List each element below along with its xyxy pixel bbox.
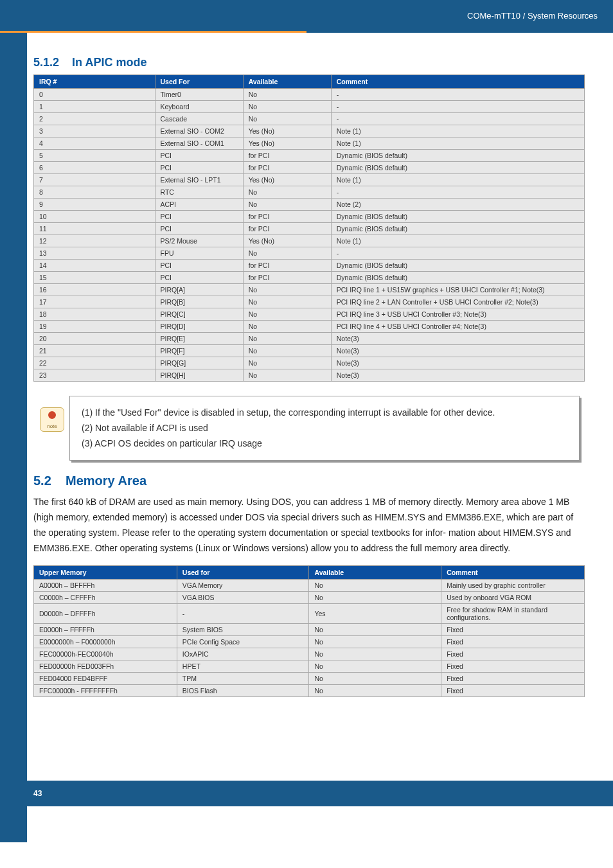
table-row: 8RTCNo- xyxy=(34,186,585,199)
cell-avail: No xyxy=(243,247,331,260)
cell-used: RTC xyxy=(155,186,243,199)
cell-avail: No xyxy=(309,591,441,603)
cell-avail: No xyxy=(243,333,331,345)
table-row: FED00000h FED003FFhHPETNoFixed xyxy=(34,660,585,672)
cell-irq: 9 xyxy=(34,199,155,211)
cell-comment: - xyxy=(331,186,584,199)
note-box: (1) If the "Used For" device is disabled… xyxy=(69,396,580,461)
cell-comment: - xyxy=(331,247,584,260)
table-row: 21PIRQ[F]NoNote(3) xyxy=(34,345,585,357)
cell-avail: for PCI xyxy=(243,211,331,223)
col-comment: Comment xyxy=(441,565,585,579)
cell-mem: A0000h – BFFFFh xyxy=(34,579,177,591)
col-avail: Available xyxy=(309,565,441,579)
cell-irq: 8 xyxy=(34,186,155,199)
cell-irq: 6 xyxy=(34,162,155,174)
footer-bar: 43 xyxy=(0,781,613,806)
cell-avail: No xyxy=(309,672,441,684)
cell-used: PIRQ[H] xyxy=(155,369,243,382)
cell-avail: Yes (No) xyxy=(243,125,331,137)
cell-comment: PCI IRQ line 1 + US15W graphics + USB UH… xyxy=(331,284,584,296)
table-row: 15PCIfor PCIDynamic (BIOS default) xyxy=(34,272,585,284)
cell-comment: Note (1) xyxy=(331,235,584,247)
table-row: 10PCIfor PCIDynamic (BIOS default) xyxy=(34,211,585,223)
table-row: 1KeyboardNo- xyxy=(34,101,585,113)
table-row: FEC00000h-FEC00040hIOxAPICNoFixed xyxy=(34,648,585,660)
cell-comment: Fixed xyxy=(441,635,585,648)
cell-avail: for PCI xyxy=(243,223,331,235)
cell-comment: PCI IRQ line 3 + USB UHCI Controller #3;… xyxy=(331,308,584,321)
table-header-row: IRQ # Used For Available Comment xyxy=(34,75,585,89)
cell-used: FPU xyxy=(155,247,243,260)
cell-comment: Note(3) xyxy=(331,345,584,357)
cell-irq: 11 xyxy=(34,223,155,235)
cell-comment: Mainly used by graphic controller xyxy=(441,579,585,591)
cell-comment: Dynamic (BIOS default) xyxy=(331,162,584,174)
cell-used: PIRQ[F] xyxy=(155,345,243,357)
table-row: 17PIRQ[B]NoPCI IRQ line 2 + LAN Controll… xyxy=(34,296,585,308)
cell-avail: No xyxy=(243,308,331,321)
cell-used: PS/2 Mouse xyxy=(155,235,243,247)
cell-avail: No xyxy=(243,89,331,101)
cell-avail: for PCI xyxy=(243,150,331,162)
col-uppermem: Upper Memory xyxy=(34,565,177,579)
cell-used: PIRQ[C] xyxy=(155,308,243,321)
table-row: 20PIRQ[E]NoNote(3) xyxy=(34,333,585,345)
cell-comment: Fixed xyxy=(441,672,585,684)
note-icon xyxy=(40,407,64,432)
cell-used: IOxAPIC xyxy=(177,648,309,660)
cell-used: PIRQ[A] xyxy=(155,284,243,296)
section-title: In APIC mode xyxy=(72,56,147,69)
cell-used: Cascade xyxy=(155,113,243,125)
cell-comment: Dynamic (BIOS default) xyxy=(331,211,584,223)
cell-avail: Yes xyxy=(309,603,441,623)
section-52-heading: 5.2 Memory Area xyxy=(33,474,585,488)
table-row: C0000h – CFFFFhVGA BIOSNoUsed by onboard… xyxy=(34,591,585,603)
table-row: 16PIRQ[A]NoPCI IRQ line 1 + US15W graphi… xyxy=(34,284,585,296)
note-container: (1) If the "Used For" device is disabled… xyxy=(39,396,580,461)
note-icon-wrap xyxy=(39,396,69,434)
cell-mem: E0000h – FFFFFh xyxy=(34,623,177,635)
table-row: 14PCIfor PCIDynamic (BIOS default) xyxy=(34,260,585,272)
cell-used: System BIOS xyxy=(177,623,309,635)
cell-avail: No xyxy=(309,579,441,591)
header-bar: COMe-mTT10 / System Resources xyxy=(0,0,613,31)
section-512-heading: 5.1.2 In APIC mode xyxy=(33,56,585,69)
cell-avail: No xyxy=(243,345,331,357)
table-row: A0000h – BFFFFhVGA MemoryNoMainly used b… xyxy=(34,579,585,591)
cell-avail: Yes (No) xyxy=(243,137,331,150)
table-row: 12PS/2 MouseYes (No)Note (1) xyxy=(34,235,585,247)
cell-irq: 22 xyxy=(34,357,155,369)
cell-irq: 21 xyxy=(34,345,155,357)
note-line-3: (3) ACPI OS decides on particular IRQ us… xyxy=(82,436,567,452)
cell-mem: FED00000h FED003FFh xyxy=(34,660,177,672)
cell-used: PCI xyxy=(155,211,243,223)
cell-irq: 23 xyxy=(34,369,155,382)
cell-comment: Dynamic (BIOS default) xyxy=(331,260,584,272)
cell-irq: 5 xyxy=(34,150,155,162)
cell-used: - xyxy=(177,603,309,623)
cell-avail: Yes (No) xyxy=(243,174,331,186)
table-row: 7External SIO - LPT1Yes (No)Note (1) xyxy=(34,174,585,186)
cell-used: PCIe Config Space xyxy=(177,635,309,648)
cell-irq: 14 xyxy=(34,260,155,272)
col-irq: IRQ # xyxy=(34,75,155,89)
cell-irq: 7 xyxy=(34,174,155,186)
table-row: 2CascadeNo- xyxy=(34,113,585,125)
cell-comment: Dynamic (BIOS default) xyxy=(331,150,584,162)
col-usedfor: Used for xyxy=(177,565,309,579)
cell-used: PIRQ[D] xyxy=(155,321,243,333)
cell-comment: Note (2) xyxy=(331,199,584,211)
table-row: 13FPUNo- xyxy=(34,247,585,260)
cell-comment: Note (1) xyxy=(331,125,584,137)
breadcrumb: COMe-mTT10 / System Resources xyxy=(467,11,598,21)
cell-avail: No xyxy=(309,684,441,696)
cell-irq: 0 xyxy=(34,89,155,101)
table-row: FED04000 FED4BFFFTPMNoFixed xyxy=(34,672,585,684)
cell-avail: No xyxy=(243,296,331,308)
note-line-2: (2) Not available if ACPI is used xyxy=(82,421,567,436)
cell-irq: 18 xyxy=(34,308,155,321)
cell-avail: No xyxy=(309,635,441,648)
table-header-row: Upper Memory Used for Available Comment xyxy=(34,565,585,579)
apic-table: IRQ # Used For Available Comment 0Timer0… xyxy=(33,75,585,382)
